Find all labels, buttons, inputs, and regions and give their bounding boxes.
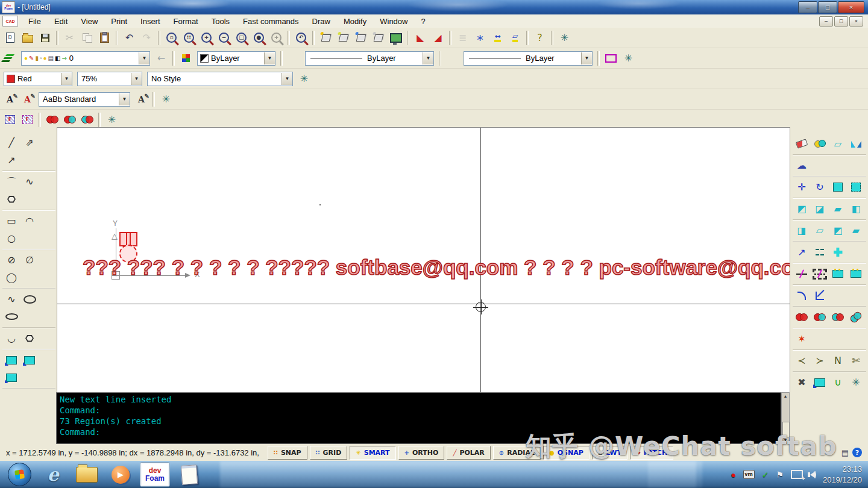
zoom-dynamic-button[interactable]: ∷ — [180, 29, 198, 46]
paste-button[interactable] — [96, 29, 113, 46]
region-intersect-button[interactable] — [61, 111, 78, 128]
render-box-1-button[interactable] — [317, 29, 335, 46]
adjust-edge-button[interactable]: ◩ — [829, 222, 847, 239]
fillet-button[interactable] — [793, 287, 811, 304]
mdi-minimize-button[interactable]: – — [819, 16, 833, 27]
zoom-previous-button[interactable]: ↶ — [292, 29, 310, 46]
menu-edit[interactable]: Edit — [48, 16, 74, 27]
hatch-region-window-button[interactable]: F — [1, 111, 19, 128]
circle-diameter-button[interactable]: ⊘ — [2, 251, 20, 269]
toggle-grid[interactable]: ∷GRID — [310, 446, 348, 460]
foam-block-button[interactable] — [829, 265, 847, 283]
region-rectangle-button[interactable] — [2, 351, 20, 369]
text-style-combo[interactable]: AaBb Standard▼ — [39, 92, 130, 107]
wizard-button[interactable]: ✳ — [556, 29, 573, 46]
construction-line-button[interactable]: ⇗ — [20, 134, 39, 151]
cut-button[interactable]: ✂ — [61, 29, 78, 46]
lineweight-combo[interactable]: ByLayer▼ — [464, 51, 593, 66]
render-box-3-button[interactable] — [352, 29, 370, 46]
wizard-hatch-button[interactable]: ✳ — [103, 111, 121, 128]
undo-button[interactable]: ↶ — [121, 29, 138, 46]
scroll-up-icon[interactable]: ▲ — [784, 393, 788, 399]
text-style-black-button[interactable]: A — [1, 90, 19, 108]
edit-vertex-n-button[interactable]: N — [829, 352, 847, 369]
linetype-button[interactable] — [285, 49, 303, 67]
color-combo-dropdown-icon[interactable]: ▼ — [264, 52, 275, 64]
spline-button[interactable]: ∿ — [2, 290, 20, 308]
boolean-intersect-button[interactable] — [811, 308, 829, 326]
zoom-out-button[interactable]: − — [215, 29, 233, 46]
arc-3-point-button[interactable]: ◠ — [20, 212, 39, 230]
zoom-page-button[interactable]: □ — [233, 29, 250, 46]
insert-vertex-button[interactable]: ≺ — [793, 352, 811, 369]
menu-print[interactable]: Print — [104, 16, 134, 27]
vmware-icon[interactable]: vm — [743, 470, 755, 479]
copy-button[interactable] — [78, 29, 96, 46]
side-cut-button[interactable]: ▰ — [847, 222, 865, 239]
chamfer-button[interactable] — [811, 287, 829, 304]
clock[interactable]: 23:13 2019/12/20 — [823, 464, 862, 485]
lineweight-combo-dropdown-icon[interactable]: ▼ — [581, 52, 592, 64]
make-region-button[interactable] — [602, 49, 620, 67]
ray-button[interactable]: ↗ — [2, 151, 20, 169]
fill-color-combo[interactable]: Red▼ — [4, 72, 72, 86]
devfoam-taskbar-button[interactable]: devFoam — [140, 462, 170, 487]
point-coordinates-button[interactable]: ∗ — [471, 29, 489, 46]
toggle-polar[interactable]: ╱POLAR — [447, 446, 490, 460]
open-file-button[interactable] — [19, 29, 36, 46]
minimize-button[interactable]: – — [798, 1, 817, 13]
trim-edge-button[interactable]: ◪ — [811, 200, 829, 217]
cut-path-right-button[interactable]: ◢ — [429, 29, 447, 46]
extend-edge-button[interactable]: ▰ — [829, 200, 847, 217]
taper-button[interactable]: ◩ — [793, 200, 811, 217]
circle-3-point-button[interactable]: ◯ — [2, 269, 20, 286]
internet-explorer-taskbar-button[interactable]: e — [39, 463, 68, 486]
copy-object-button[interactable] — [811, 135, 829, 152]
ellipse-button[interactable] — [20, 290, 39, 308]
hatch-region-pick-button[interactable]: F — [19, 111, 36, 128]
network-icon[interactable] — [791, 470, 803, 479]
edit-text-style-button[interactable]: A — [133, 90, 150, 108]
action-center-icon[interactable]: ⚑ — [776, 470, 784, 480]
safely-remove-hardware-icon[interactable]: ✓ — [762, 470, 769, 480]
circle-2-point-button[interactable]: ∅ — [20, 251, 39, 269]
notepad-taskbar-button[interactable] — [175, 463, 204, 486]
menu-draw[interactable]: Draw — [306, 16, 337, 27]
region-union-button[interactable] — [43, 111, 61, 128]
rotate-button[interactable]: ↻ — [811, 178, 829, 196]
maximize-button[interactable]: □ — [818, 1, 837, 13]
menu-modify[interactable]: Modify — [337, 16, 373, 27]
bend-button[interactable]: ▱ — [811, 222, 829, 239]
menu-view[interactable]: View — [74, 16, 104, 27]
measure-area-button[interactable]: ▱ — [506, 29, 524, 46]
zoom-scale-button[interactable]: + — [268, 29, 285, 46]
u-turn-path-button[interactable]: ∪ — [829, 374, 847, 391]
arc-button[interactable]: ⌒ — [2, 173, 20, 190]
multi-copy-button[interactable] — [829, 243, 847, 261]
region-pipe-button[interactable] — [20, 351, 39, 369]
fill-color-combo-dropdown-icon[interactable]: ▼ — [61, 73, 72, 85]
rectangle-button[interactable]: ▭ — [2, 212, 20, 230]
array-button[interactable] — [811, 243, 829, 261]
transparency-combo[interactable]: 75%▼ — [77, 72, 142, 86]
explode-button[interactable]: ✶ — [793, 330, 811, 348]
toggle-ortho[interactable]: +ORTHO — [398, 446, 445, 460]
save-button[interactable] — [36, 29, 54, 46]
render-box-2-button[interactable] — [335, 29, 352, 46]
move-button[interactable]: ✛ — [793, 178, 811, 196]
closed-spline-button[interactable] — [20, 330, 39, 347]
measure-distance-button[interactable]: ↔ — [489, 29, 506, 46]
menu-file[interactable]: File — [22, 16, 48, 27]
new-document-button[interactable]: D — [1, 29, 19, 46]
layers-button[interactable] — [1, 49, 19, 67]
break-at-point-button[interactable] — [793, 265, 811, 283]
wizard-fill-button[interactable]: ✳ — [295, 70, 313, 87]
boolean-subtract-button[interactable] — [829, 308, 847, 326]
ellipse-axis-button[interactable] — [2, 308, 20, 325]
circle-button[interactable]: ○ — [2, 230, 20, 247]
cut-path-left-button[interactable]: ◣ — [412, 29, 429, 46]
text-style-red-button[interactable]: A — [19, 90, 36, 108]
zoom-in-button[interactable]: + — [198, 29, 215, 46]
boolean-exclude-button[interactable] — [847, 308, 865, 326]
menu-format[interactable]: Format — [167, 16, 205, 27]
